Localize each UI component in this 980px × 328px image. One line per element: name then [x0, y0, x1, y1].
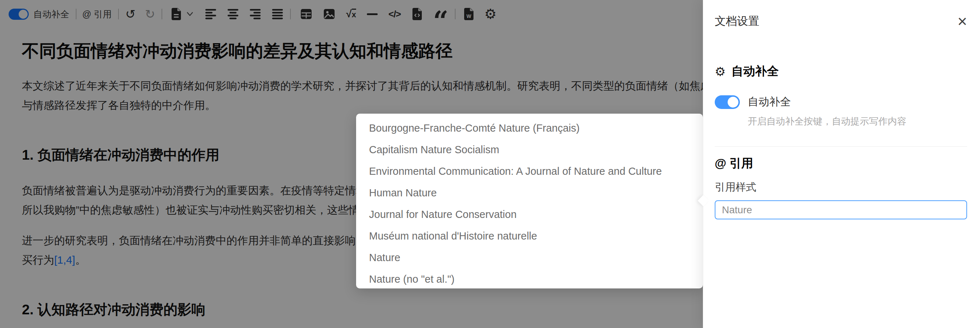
citation-style-option[interactable]: Journal for Nature Conservation [356, 203, 703, 225]
citation-style-label: 引用样式 [715, 180, 967, 195]
citation-style-dropdown: Bourgogne-Franche-Comté Nature (Français… [356, 114, 703, 288]
citation-style-option[interactable]: Capitalism Nature Socialism [356, 139, 703, 160]
toggle-knob [728, 97, 738, 107]
citation-style-option[interactable]: Human Nature [356, 182, 703, 203]
gear-icon: ⚙ [715, 66, 725, 78]
panel-title: 文档设置 [715, 14, 759, 29]
citation-style-option[interactable]: Nature [356, 247, 703, 268]
citation-style-option[interactable]: Bourgogne-Franche-Comté Nature (Français… [356, 117, 703, 139]
panel-header: 文档设置 × [715, 14, 967, 29]
citation-style-option[interactable]: Nature (no "et al.") [356, 268, 703, 288]
toggle-label: 自动补全 [748, 94, 791, 109]
autocomplete-description: 开启自动补全按键，自动提示写作内容 [748, 115, 967, 128]
citation-style-option[interactable]: Muséum national d'Histoire naturelle [356, 225, 703, 247]
citation-section-heading: @ 引用 [715, 155, 967, 171]
autocomplete-section-heading: ⚙ 自动补全 [715, 63, 967, 80]
autocomplete-setting-toggle[interactable] [715, 95, 740, 109]
citation-style-option[interactable]: Environmental Communication: A Journal o… [356, 160, 703, 182]
document-settings-panel: 文档设置 × ⚙ 自动补全 自动补全 开启自动补全按键，自动提示写作内容 @ 引… [703, 0, 980, 328]
section-divider [715, 146, 967, 147]
autocomplete-toggle-row: 自动补全 [715, 94, 967, 109]
citation-style-input[interactable] [715, 200, 967, 219]
section-title: @ 引用 [715, 155, 753, 171]
close-icon[interactable]: × [958, 16, 967, 27]
section-title: 自动补全 [731, 63, 779, 80]
